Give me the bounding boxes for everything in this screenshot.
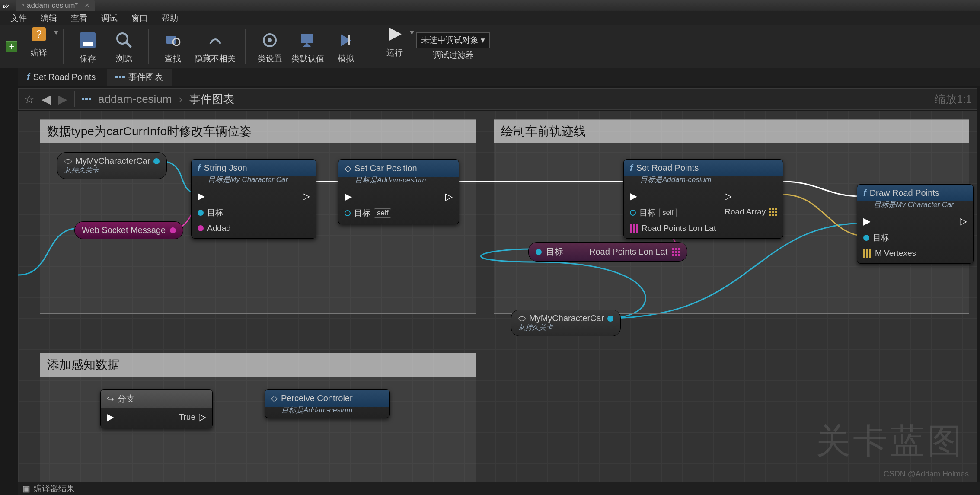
- tool-find[interactable]: 查找: [158, 29, 188, 64]
- perceive-title: Perceive Controler: [281, 393, 353, 403]
- exec-out-pin[interactable]: ▷: [725, 191, 732, 202]
- menu-help[interactable]: 帮助: [156, 11, 184, 26]
- tool-simulate[interactable]: 模拟: [331, 29, 361, 64]
- graph-canvas[interactable]: 数据type为carCurrInfo时修改车辆位姿 绘制车前轨迹线 添加感知数据…: [18, 111, 977, 482]
- target-in-pin[interactable]: [536, 249, 542, 255]
- branch-icon: ↪: [107, 394, 114, 404]
- svg-marker-11: [303, 43, 311, 47]
- object-icon: ⬭: [518, 313, 526, 323]
- output-pin[interactable]: [153, 158, 160, 164]
- tool-browse-label: 浏览: [116, 53, 132, 64]
- exec-in-pin[interactable]: ▶: [345, 191, 352, 202]
- breadcrumb-leaf[interactable]: 事件图表: [189, 92, 234, 107]
- tool-play-label: 运行: [386, 47, 403, 58]
- exec-out-pin[interactable]: ▷: [199, 412, 206, 423]
- exec-out-pin[interactable]: ▷: [445, 191, 453, 202]
- menu-debug[interactable]: 调试: [95, 11, 124, 26]
- stringjson-sub: 目标是My Character Car: [192, 175, 316, 187]
- title-tab[interactable]: ▫ addam-cesium* ×: [16, 0, 95, 11]
- nav-forward[interactable]: ▶: [58, 92, 67, 106]
- unreal-logo-icon: 𝓾: [3, 1, 7, 10]
- setcarpos-sub: 目标是Addam-cesium: [338, 175, 459, 188]
- exec-in-pin[interactable]: ▶: [198, 191, 205, 202]
- svg-point-9: [268, 38, 272, 42]
- nav-back[interactable]: ◀: [41, 92, 51, 106]
- title-tab-label: addam-cesium*: [27, 1, 78, 10]
- exec-in-pin[interactable]: ▶: [107, 412, 114, 423]
- var-car1-label: MyMyCharacterCar: [75, 156, 150, 166]
- setroad-sub: 目标是Addam-cesium: [624, 175, 783, 187]
- wsmsg-label: Web Socket Message: [82, 225, 166, 235]
- tool-class-settings-label: 类设置: [258, 53, 282, 64]
- breadcrumb-bar: ☆ ◀ ▶ addam-cesium › 事件图表 缩放1:1: [18, 88, 977, 110]
- menu-bar: 文件 编辑 查看 调试 窗口 帮助: [0, 11, 980, 25]
- node-set-road-points[interactable]: fSet Road Points 目标是Addam-cesium ▶ 目标sel…: [623, 159, 783, 239]
- output-pin[interactable]: [170, 227, 176, 233]
- bottom-bar[interactable]: ▣ 编译器结果: [18, 482, 980, 495]
- tool-hide[interactable]: 隐藏不相关: [195, 29, 236, 64]
- addad-pin[interactable]: [198, 225, 204, 231]
- pin-target-label: 目标: [354, 208, 370, 219]
- subtab-eventgraph[interactable]: 事件图表: [107, 69, 172, 86]
- pin-addad-label: Addad: [207, 224, 231, 233]
- target-pin[interactable]: [345, 210, 351, 216]
- subtab-setroadpoints[interactable]: fSet Road Points: [18, 70, 104, 85]
- node-var-mycharactercar-2[interactable]: ⬭MyMyCharacterCar 从持久关卡: [511, 310, 621, 336]
- target-pin[interactable]: [863, 235, 869, 241]
- array-out-pin[interactable]: [769, 208, 777, 216]
- comment-1-title[interactable]: 数据type为carCurrInfo时修改车辆位姿: [40, 120, 476, 143]
- setcarpos-title: Set Car Position: [354, 163, 417, 173]
- tool-play[interactable]: 运行▾: [380, 23, 409, 70]
- road-array-label: Road Array: [725, 207, 766, 217]
- close-icon[interactable]: ×: [85, 1, 89, 10]
- array-pin[interactable]: [863, 249, 871, 258]
- tool-class-defaults[interactable]: 类默认值: [291, 29, 324, 64]
- node-websocket-message[interactable]: Web Socket Message: [74, 221, 183, 239]
- exec-in-pin[interactable]: ▶: [863, 216, 871, 227]
- comment-3-title[interactable]: 添加感知数据: [40, 353, 476, 377]
- tool-compile-label: 编译: [31, 47, 47, 58]
- array-pin[interactable]: [630, 224, 638, 233]
- node-perceive-controller[interactable]: ◇Perceive Controler 目标是Addam-cesium: [265, 389, 390, 418]
- zoom-label: 缩放1:1: [935, 92, 972, 106]
- target-pin[interactable]: [198, 210, 204, 216]
- output-pin[interactable]: [607, 316, 613, 322]
- breadcrumb-root[interactable]: addam-cesium: [98, 93, 172, 106]
- node-branch[interactable]: ↪分支 ▶ True▷: [100, 389, 213, 428]
- favorite-icon[interactable]: ☆: [24, 92, 35, 106]
- function-icon: f: [198, 163, 201, 173]
- comment-2-title[interactable]: 绘制车前轨迹线: [494, 120, 969, 143]
- exec-out-pin[interactable]: ▷: [960, 216, 967, 227]
- reroute-target-label: 目标: [546, 246, 563, 258]
- file-icon: ▫: [22, 1, 24, 10]
- tool-compile[interactable]: ? 编译 ▾: [24, 23, 54, 70]
- menu-window[interactable]: 窗口: [125, 11, 154, 26]
- diamond-icon: ◇: [345, 163, 351, 173]
- node-set-car-position[interactable]: ◇Set Car Position 目标是Addam-cesium ▶ 目标se…: [338, 159, 459, 224]
- node-var-mycharactercar-1[interactable]: ⬭MyMyCharacterCar 从持久关卡: [57, 152, 167, 179]
- svg-rect-13: [348, 35, 350, 45]
- left-sidebar: [0, 68, 18, 495]
- pin-target-label: 目标: [639, 207, 656, 218]
- exec-in-pin[interactable]: ▶: [630, 191, 637, 202]
- stringjson-title: String Json: [204, 163, 247, 173]
- sub-tabs: fSet Road Points 事件图表: [0, 68, 980, 86]
- target-pin[interactable]: [630, 210, 636, 216]
- reroute-roadpts-label: Road Points Lon Lat: [589, 247, 667, 257]
- self-label: self: [659, 208, 677, 217]
- array-out-pin[interactable]: [672, 248, 680, 256]
- node-draw-road-points[interactable]: fDraw Road Points 目标是My Character Car ▶ …: [857, 184, 974, 264]
- node-reroute[interactable]: 目标 Road Points Lon Lat: [528, 242, 687, 262]
- add-button[interactable]: +: [6, 41, 17, 52]
- tool-save[interactable]: 保存: [73, 29, 102, 64]
- tool-hide-label: 隐藏不相关: [195, 53, 236, 64]
- tool-class-settings[interactable]: 类设置: [255, 29, 284, 64]
- branch-title: 分支: [118, 393, 135, 405]
- tool-browse[interactable]: 浏览: [109, 29, 139, 64]
- exec-out-pin[interactable]: ▷: [303, 191, 310, 202]
- function-icon: f: [27, 72, 30, 82]
- menu-view[interactable]: 查看: [65, 11, 93, 26]
- credit: CSDN @Addam Holmes: [884, 469, 969, 479]
- node-string-json[interactable]: fString Json 目标是My Character Car ▶ 目标 Ad…: [191, 159, 316, 239]
- debug-dropdown[interactable]: 未选中调试对象 ▾: [416, 32, 490, 48]
